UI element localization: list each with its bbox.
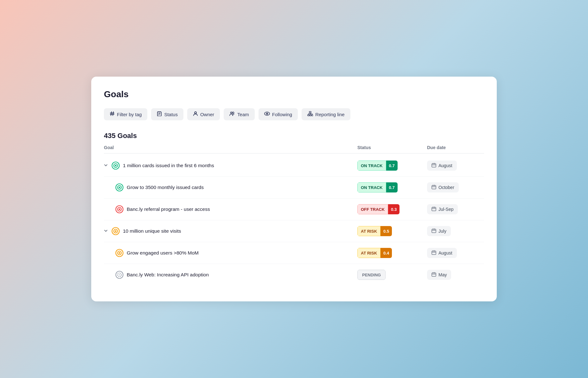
goal-name-cell-goal-3: Banc.ly referral program - user access (104, 205, 357, 213)
eye-icon (264, 111, 270, 117)
due-date-cell-goal-4: July (427, 226, 484, 236)
calendar-icon (431, 206, 436, 212)
goal-icon-at-risk (112, 227, 120, 235)
table-row: Banc.ly referral program - user accessOF… (104, 198, 484, 220)
hash-icon (110, 111, 115, 117)
status-cell-goal-3: OFF TRACK0.3 (357, 204, 427, 214)
col-goal-header: Goal (104, 145, 357, 150)
goal-name-goal-5[interactable]: Grow engaged users >80% MoM (127, 250, 199, 256)
goal-name-cell-goal-5: Grow engaged users >80% MoM (104, 249, 357, 257)
filter-filter-by-tag[interactable]: Filter by tag (104, 108, 147, 120)
table-row: 10 million unique site visitsAT RISK0.5J… (104, 220, 484, 242)
due-date-label: August (438, 163, 452, 168)
svg-rect-14 (309, 111, 311, 113)
due-date-cell-goal-5: August (427, 248, 484, 258)
svg-point-8 (195, 112, 196, 114)
due-date-badge: October (427, 182, 459, 192)
status-label: ON TRACK (357, 182, 386, 192)
svg-point-10 (233, 112, 234, 114)
svg-line-1 (113, 112, 113, 116)
svg-rect-16 (310, 115, 311, 116)
table-row: Grow to 3500 monthly issued cardsON TRAC… (104, 177, 484, 198)
svg-point-32 (119, 187, 120, 188)
goal-name-goal-2[interactable]: Grow to 3500 monthly issued cards (127, 185, 204, 190)
filter-following[interactable]: Following (259, 108, 298, 120)
due-date-label: October (438, 185, 454, 190)
goal-name-goal-4[interactable]: 10 million unique site visits (123, 228, 181, 234)
goal-name-cell-goal-4: 10 million unique site visits (104, 227, 357, 235)
status-cell-goal-4: AT RISK0.5 (357, 226, 427, 236)
svg-point-13 (267, 113, 267, 114)
status-cell-goal-5: AT RISK0.4 (357, 248, 427, 258)
goal-name-goal-1[interactable]: 1 million cards issued in the first 6 mo… (123, 163, 214, 168)
svg-rect-40 (432, 207, 436, 211)
goal-name-cell-goal-1: 1 million cards issued in the first 6 mo… (104, 161, 357, 170)
filter-reporting-line-label: Reporting line (315, 112, 345, 117)
goal-icon-on-track (115, 183, 124, 192)
due-date-label: Jul-Sep (438, 207, 453, 212)
goal-icon-at-risk (115, 249, 124, 257)
goal-icon-off-track (115, 205, 124, 213)
table-row: 1 million cards issued in the first 6 mo… (104, 155, 484, 177)
goal-icon-on-track (112, 161, 120, 170)
svg-rect-54 (432, 251, 436, 255)
filter-owner[interactable]: Owner (187, 108, 220, 120)
due-date-label: August (438, 250, 452, 255)
status-score: 0.4 (380, 248, 392, 258)
chevron-down-icon[interactable] (104, 163, 108, 168)
goal-icon-pending (115, 271, 124, 279)
due-date-cell-goal-3: Jul-Sep (427, 204, 484, 214)
filter-reporting-line[interactable]: Reporting line (302, 108, 350, 120)
team-icon (229, 111, 235, 117)
due-date-cell-goal-1: August (427, 161, 484, 171)
filter-filter-by-tag-label: Filter by tag (117, 112, 142, 117)
calendar-icon (431, 228, 436, 234)
goals-count: 435 Goals (104, 132, 484, 140)
filter-following-label: Following (272, 112, 292, 117)
filter-team-label: Team (237, 112, 249, 117)
status-score: 0.5 (380, 226, 392, 236)
status-badge: PENDING (357, 270, 386, 280)
calendar-icon (431, 163, 436, 168)
due-date-badge: Jul-Sep (427, 204, 458, 214)
status-score: 0.3 (388, 204, 399, 214)
table-row: Banc.ly Web: Increasing API adoptionPEND… (104, 264, 484, 286)
due-date-badge: August (427, 248, 457, 258)
due-date-label: May (438, 272, 447, 277)
filter-owner-label: Owner (200, 112, 214, 117)
status-label: OFF TRACK (357, 204, 388, 214)
svg-rect-15 (308, 115, 309, 116)
calendar-icon (431, 250, 436, 256)
goals-list: 1 million cards issued in the first 6 mo… (104, 155, 484, 286)
chevron-down-icon[interactable] (104, 229, 108, 234)
svg-rect-61 (432, 273, 436, 276)
filter-team[interactable]: Team (224, 108, 255, 120)
filter-status[interactable]: Status (151, 108, 183, 120)
col-status-header: Status (357, 145, 427, 150)
filter-bar: Filter by tagStatusOwnerTeamFollowingRep… (104, 108, 484, 120)
status-cell-goal-1: ON TRACK0.7 (357, 161, 427, 171)
svg-rect-33 (432, 186, 436, 189)
table-header: Goal Status Due date (104, 145, 484, 154)
svg-line-0 (111, 112, 112, 116)
status-score: 0.7 (386, 161, 398, 171)
reporting-icon (307, 111, 313, 117)
goal-name-goal-3[interactable]: Banc.ly referral program - user access (127, 206, 210, 212)
status-icon (157, 111, 162, 117)
filter-status-label: Status (164, 112, 178, 117)
status-score: 0.7 (386, 182, 398, 192)
due-date-cell-goal-6: May (427, 270, 484, 280)
calendar-icon (431, 185, 436, 190)
svg-point-39 (119, 209, 120, 210)
due-date-cell-goal-2: October (427, 182, 484, 192)
due-date-label: July (438, 229, 446, 234)
goal-name-goal-6[interactable]: Banc.ly Web: Increasing API adoption (127, 272, 209, 278)
goals-card: Goals Filter by tagStatusOwnerTeamFollow… (91, 77, 497, 301)
goal-name-cell-goal-6: Banc.ly Web: Increasing API adoption (104, 271, 357, 279)
svg-rect-47 (432, 229, 436, 233)
svg-point-25 (115, 165, 117, 167)
status-label: AT RISK (357, 226, 380, 236)
status-label: AT RISK (357, 248, 380, 258)
svg-rect-17 (311, 115, 313, 116)
svg-point-9 (231, 112, 232, 114)
